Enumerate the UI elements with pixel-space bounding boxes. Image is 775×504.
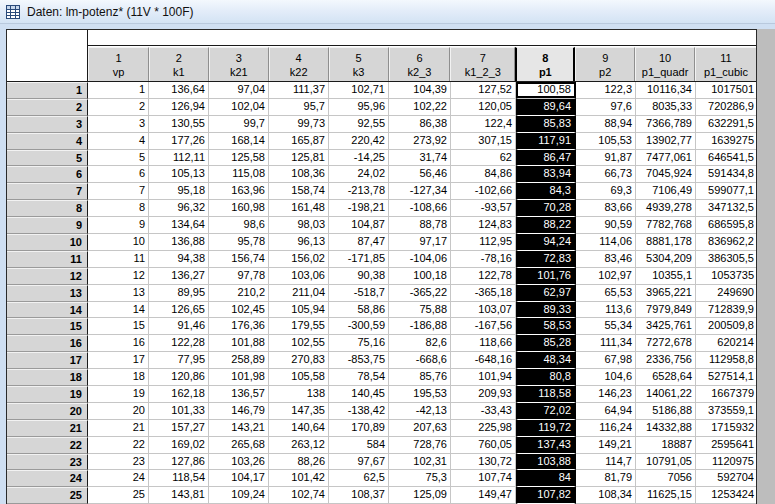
- cell-r25-k21[interactable]: 109,24: [209, 487, 269, 504]
- cell-r16-p2[interactable]: 111,34: [576, 335, 636, 352]
- cell-r18-p2[interactable]: 104,6: [576, 369, 636, 386]
- cell-r13-p2[interactable]: 65,53: [576, 285, 636, 302]
- row-header-13[interactable]: 13: [7, 285, 88, 302]
- row-header-5[interactable]: 5: [7, 150, 88, 167]
- cell-r11-k3[interactable]: -171,85: [329, 251, 389, 268]
- cell-r16-k3[interactable]: 75,16: [329, 335, 389, 352]
- cell-r20-k22[interactable]: 147,35: [269, 403, 329, 420]
- cell-r7-k1_2_3[interactable]: -102,66: [451, 183, 516, 200]
- row-header-20[interactable]: 20: [7, 403, 88, 420]
- cell-r16-p1_quadr[interactable]: 7272,678: [636, 335, 696, 352]
- cell-r10-p1_quadr[interactable]: 8881,178: [636, 234, 696, 251]
- cell-r2-k2_3[interactable]: 102,22: [389, 99, 451, 116]
- cell-r8-k1_2_3[interactable]: -93,57: [451, 200, 516, 217]
- cell-r9-p1_cubic[interactable]: 686595,8: [696, 217, 757, 234]
- cell-r25-k3[interactable]: 108,37: [329, 487, 389, 504]
- column-header-k21[interactable]: 3k21: [209, 47, 269, 81]
- cell-r5-p1_quadr[interactable]: 7477,061: [636, 150, 696, 167]
- cell-r15-vp[interactable]: 15: [88, 318, 149, 335]
- cell-r7-p1_quadr[interactable]: 7106,49: [636, 183, 696, 200]
- cell-r2-k3[interactable]: 95,96: [329, 99, 389, 116]
- cell-r23-p1_cubic[interactable]: 1120975: [696, 454, 757, 471]
- cell-r15-k22[interactable]: 179,55: [269, 318, 329, 335]
- cell-r22-k1_2_3[interactable]: 760,05: [451, 437, 516, 454]
- cell-r17-p1[interactable]: 48,34: [516, 352, 576, 369]
- cell-r17-p1_quadr[interactable]: 2336,756: [636, 352, 696, 369]
- cell-r6-vp[interactable]: 6: [88, 166, 149, 183]
- cell-r4-k1_2_3[interactable]: 307,15: [451, 133, 516, 150]
- cell-r13-k1_2_3[interactable]: -365,18: [451, 285, 516, 302]
- cell-r11-p1[interactable]: 72,83: [516, 251, 576, 268]
- cell-r18-vp[interactable]: 18: [88, 369, 149, 386]
- cell-r6-k22[interactable]: 108,36: [269, 166, 329, 183]
- cell-r21-k1[interactable]: 157,27: [149, 420, 209, 437]
- cell-r2-k1_2_3[interactable]: 120,05: [451, 99, 516, 116]
- cell-r23-k22[interactable]: 88,26: [269, 454, 329, 471]
- cell-r11-k2_3[interactable]: -104,06: [389, 251, 451, 268]
- column-header-p2[interactable]: 9p2: [575, 47, 635, 81]
- cell-r20-p1_quadr[interactable]: 5186,88: [636, 403, 696, 420]
- cell-r3-p1_quadr[interactable]: 7366,789: [636, 116, 696, 133]
- cell-r5-p1_cubic[interactable]: 646541,5: [696, 150, 757, 167]
- cell-r18-k1[interactable]: 120,86: [149, 369, 209, 386]
- row-header-21[interactable]: 21: [7, 420, 88, 437]
- cell-r5-vp[interactable]: 5: [88, 150, 149, 167]
- cell-r11-k1[interactable]: 94,38: [149, 251, 209, 268]
- cell-r21-k3[interactable]: 170,89: [329, 420, 389, 437]
- cell-r15-p1[interactable]: 58,53: [516, 318, 576, 335]
- cell-r24-k22[interactable]: 101,42: [269, 470, 329, 487]
- cell-r20-k1_2_3[interactable]: -33,43: [451, 403, 516, 420]
- cell-r13-k21[interactable]: 210,2: [209, 285, 269, 302]
- cell-r16-p1_cubic[interactable]: 620214: [696, 335, 757, 352]
- cell-r7-k21[interactable]: 163,96: [209, 183, 269, 200]
- cell-r9-k22[interactable]: 98,03: [269, 217, 329, 234]
- cell-r12-p1_quadr[interactable]: 10355,1: [636, 268, 696, 285]
- cell-r18-k22[interactable]: 105,58: [269, 369, 329, 386]
- cell-r16-k2_3[interactable]: 82,6: [389, 335, 451, 352]
- row-header-4[interactable]: 4: [7, 133, 88, 150]
- cell-r1-p2[interactable]: 122,3: [576, 82, 636, 99]
- cell-r23-k3[interactable]: 97,67: [329, 454, 389, 471]
- cell-r13-k22[interactable]: 211,04: [269, 285, 329, 302]
- cell-r10-p1[interactable]: 94,24: [516, 234, 576, 251]
- cell-r10-k22[interactable]: 96,13: [269, 234, 329, 251]
- cell-r10-k21[interactable]: 95,78: [209, 234, 269, 251]
- cell-r17-k2_3[interactable]: -668,6: [389, 352, 451, 369]
- cell-r2-k22[interactable]: 95,7: [269, 99, 329, 116]
- cell-r24-k1[interactable]: 118,54: [149, 470, 209, 487]
- row-header-16[interactable]: 16: [7, 335, 88, 352]
- cell-r7-k1[interactable]: 95,18: [149, 183, 209, 200]
- cell-r24-k21[interactable]: 104,17: [209, 470, 269, 487]
- cell-r24-p2[interactable]: 81,79: [576, 470, 636, 487]
- cell-r8-p1[interactable]: 70,28: [516, 200, 576, 217]
- cell-r17-k1_2_3[interactable]: -648,16: [451, 352, 516, 369]
- row-header-23[interactable]: 23: [7, 454, 88, 471]
- cell-r1-k3[interactable]: 102,71: [329, 82, 389, 99]
- cell-r14-p1_cubic[interactable]: 712839,9: [696, 302, 757, 319]
- cell-r14-k1[interactable]: 126,65: [149, 302, 209, 319]
- cell-r12-k3[interactable]: 90,38: [329, 268, 389, 285]
- cell-r9-vp[interactable]: 9: [88, 217, 149, 234]
- cell-r1-k1[interactable]: 136,64: [149, 82, 209, 99]
- cell-r8-p1_quadr[interactable]: 4939,278: [636, 200, 696, 217]
- cell-r1-k22[interactable]: 111,37: [269, 82, 329, 99]
- cell-r21-k1_2_3[interactable]: 225,98: [451, 420, 516, 437]
- cell-r13-k3[interactable]: -518,7: [329, 285, 389, 302]
- cell-r11-k22[interactable]: 156,02: [269, 251, 329, 268]
- cell-r1-p1_quadr[interactable]: 10116,34: [636, 82, 696, 99]
- cell-r14-p1_quadr[interactable]: 7979,849: [636, 302, 696, 319]
- cell-r12-vp[interactable]: 12: [88, 268, 149, 285]
- cell-r8-p1_cubic[interactable]: 347132,5: [696, 200, 757, 217]
- cell-r6-p1[interactable]: 83,94: [516, 166, 576, 183]
- cell-r18-k21[interactable]: 101,98: [209, 369, 269, 386]
- cell-r21-p1[interactable]: 119,72: [516, 420, 576, 437]
- row-header-14[interactable]: 14: [7, 302, 88, 319]
- cell-r9-k3[interactable]: 104,87: [329, 217, 389, 234]
- cell-r9-p1[interactable]: 88,22: [516, 217, 576, 234]
- cell-r18-k3[interactable]: 78,54: [329, 369, 389, 386]
- cell-r16-p1[interactable]: 85,28: [516, 335, 576, 352]
- row-header-6[interactable]: 6: [7, 166, 88, 183]
- cell-r16-k21[interactable]: 101,88: [209, 335, 269, 352]
- cell-r10-k1[interactable]: 136,88: [149, 234, 209, 251]
- cell-r21-vp[interactable]: 21: [88, 420, 149, 437]
